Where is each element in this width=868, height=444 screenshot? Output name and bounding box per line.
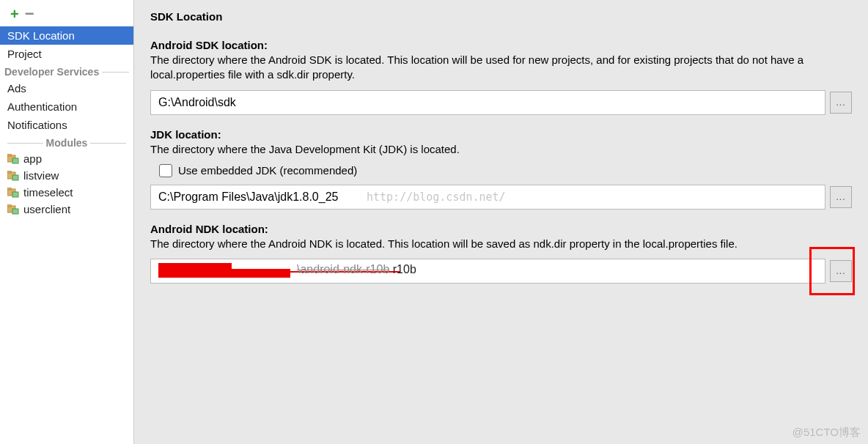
module-item-app[interactable]: app <box>0 150 133 167</box>
ndk-desc: The directory where the Android NDK is l… <box>150 237 852 251</box>
module-label: timeselect <box>23 186 73 199</box>
jdk-heading: JDK location: <box>150 128 852 141</box>
sidebar-item-authentication[interactable]: Authentication <box>0 97 133 116</box>
ndk-browse-button[interactable]: ... <box>830 260 852 282</box>
main-panel: SDK Location Android SDK location: The d… <box>134 0 868 444</box>
svg-rect-2 <box>12 158 18 163</box>
jdk-browse-button[interactable]: ... <box>830 186 852 208</box>
svg-rect-5 <box>12 175 18 180</box>
embedded-jdk-label: Use embedded JDK (recommended) <box>178 164 357 177</box>
module-item-userclient[interactable]: userclient <box>0 201 133 218</box>
corner-watermark: @51CTO博客 <box>792 426 861 440</box>
module-label: app <box>23 152 42 165</box>
svg-rect-1 <box>7 154 11 156</box>
module-label: userclient <box>23 203 70 215</box>
svg-rect-4 <box>7 171 11 173</box>
page-title: SDK Location <box>150 10 852 23</box>
module-icon <box>7 188 19 198</box>
sdk-location-input[interactable] <box>150 90 825 115</box>
svg-rect-7 <box>7 188 11 190</box>
ndk-location-input[interactable] <box>150 259 825 284</box>
module-icon <box>7 171 19 181</box>
sdk-heading: Android SDK location: <box>150 39 852 51</box>
remove-icon[interactable]: − <box>25 6 34 22</box>
sidebar-header-modules: Modules <box>0 134 133 150</box>
sidebar-header-dev-services: Developer Services <box>0 63 133 79</box>
ndk-visible-fragment: \android-ndk-r10b r10b <box>297 263 416 276</box>
module-item-listview[interactable]: listview <box>0 167 133 184</box>
ndk-heading: Android NDK location: <box>150 223 852 235</box>
sidebar: + − SDK Location Project Developer Servi… <box>0 0 134 444</box>
sidebar-toolbar: + − <box>0 0 133 26</box>
sdk-desc: The directory where the Android SDK is l… <box>150 53 852 83</box>
embedded-jdk-checkbox[interactable] <box>159 164 172 177</box>
sidebar-item-notifications[interactable]: Notifications <box>0 116 133 134</box>
module-icon <box>7 154 19 164</box>
module-icon <box>7 204 19 215</box>
module-label: listview <box>23 169 59 182</box>
sidebar-item-sdk-location[interactable]: SDK Location <box>0 26 133 45</box>
svg-rect-10 <box>7 204 11 207</box>
jdk-location-input[interactable] <box>150 185 825 210</box>
svg-rect-11 <box>12 209 18 214</box>
module-item-timeselect[interactable]: timeselect <box>0 184 133 201</box>
sidebar-item-project[interactable]: Project <box>0 45 133 63</box>
add-icon[interactable]: + <box>10 7 19 21</box>
jdk-desc: The directory where the Java Development… <box>150 142 852 157</box>
sidebar-item-ads[interactable]: Ads <box>0 79 133 97</box>
svg-rect-8 <box>12 192 18 197</box>
sdk-browse-button[interactable]: ... <box>830 92 852 114</box>
